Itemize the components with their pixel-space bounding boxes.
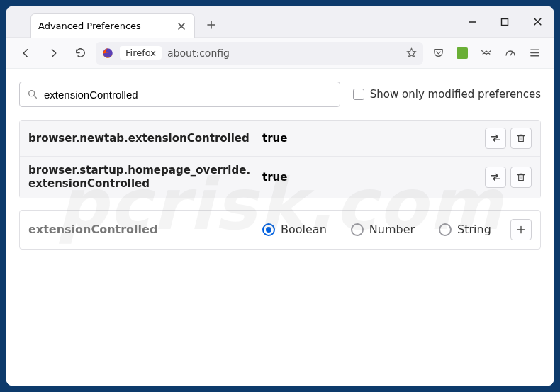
- svg-rect-0: [502, 18, 508, 25]
- address-bar[interactable]: Firefox about:config: [96, 42, 423, 65]
- svg-point-2: [29, 91, 35, 96]
- url-text: about:config: [167, 47, 400, 59]
- preference-name: browser.newtab.extensionControlled: [28, 132, 255, 145]
- pocket-icon[interactable]: [427, 43, 449, 64]
- reload-button[interactable]: [69, 42, 91, 65]
- new-preference-name: extensionControlled: [28, 223, 255, 236]
- toggle-arrows-icon: [489, 132, 502, 145]
- minimize-button[interactable]: [456, 7, 488, 37]
- modified-only-toggle[interactable]: Show only modified preferences: [353, 88, 541, 101]
- inbox-icon[interactable]: [476, 43, 497, 64]
- radio-icon: [439, 223, 452, 236]
- preference-results: browser.newtab.extensionControlled true …: [19, 120, 541, 198]
- modified-only-label: Show only modified preferences: [370, 88, 541, 101]
- trash-icon: [515, 133, 527, 144]
- radio-icon: [351, 223, 364, 236]
- checkbox-icon: [353, 89, 364, 100]
- radio-icon: [262, 223, 275, 236]
- preference-row: browser.newtab.extensionControlled true: [20, 121, 540, 157]
- plus-icon: [515, 224, 527, 235]
- maximize-button[interactable]: [488, 7, 521, 37]
- delete-button[interactable]: [510, 167, 532, 188]
- new-preference-row: extensionControlled Boolean Number Strin…: [19, 210, 541, 250]
- add-preference-button[interactable]: [510, 219, 532, 240]
- firefox-logo-icon: [101, 47, 114, 60]
- close-window-button[interactable]: [521, 7, 554, 37]
- new-tab-button[interactable]: [201, 14, 222, 35]
- type-radio-string[interactable]: String: [439, 223, 491, 236]
- preference-value: true: [262, 132, 478, 145]
- toggle-button[interactable]: [485, 128, 506, 149]
- trash-icon: [515, 172, 527, 183]
- identity-label: Firefox: [120, 46, 162, 60]
- preference-name: browser.startup.homepage_override.extens…: [28, 164, 255, 191]
- preference-search-input[interactable]: [44, 89, 332, 101]
- forward-button[interactable]: [42, 42, 65, 65]
- title-bar: Advanced Preferences: [6, 6, 554, 38]
- type-radio-number[interactable]: Number: [351, 223, 415, 236]
- close-tab-icon[interactable]: [176, 21, 187, 32]
- preference-row: browser.startup.homepage_override.extens…: [20, 157, 540, 198]
- preference-value: true: [262, 171, 478, 184]
- app-menu-button[interactable]: [524, 43, 545, 64]
- search-icon: [27, 89, 38, 100]
- navigation-toolbar: Firefox about:config: [6, 38, 554, 69]
- bookmark-star-icon[interactable]: [405, 47, 418, 59]
- preference-search-box[interactable]: [19, 82, 340, 107]
- delete-button[interactable]: [510, 128, 532, 149]
- back-button[interactable]: [15, 42, 38, 65]
- extension-icon[interactable]: [452, 43, 473, 64]
- gauge-icon[interactable]: [500, 43, 521, 64]
- toggle-button[interactable]: [485, 167, 506, 188]
- type-radio-boolean[interactable]: Boolean: [262, 223, 327, 236]
- toggle-arrows-icon: [489, 171, 502, 184]
- page-content: pcrisk.com Show only modified preference…: [6, 69, 554, 386]
- browser-tab[interactable]: Advanced Preferences: [30, 13, 195, 38]
- tab-title: Advanced Preferences: [38, 21, 170, 31]
